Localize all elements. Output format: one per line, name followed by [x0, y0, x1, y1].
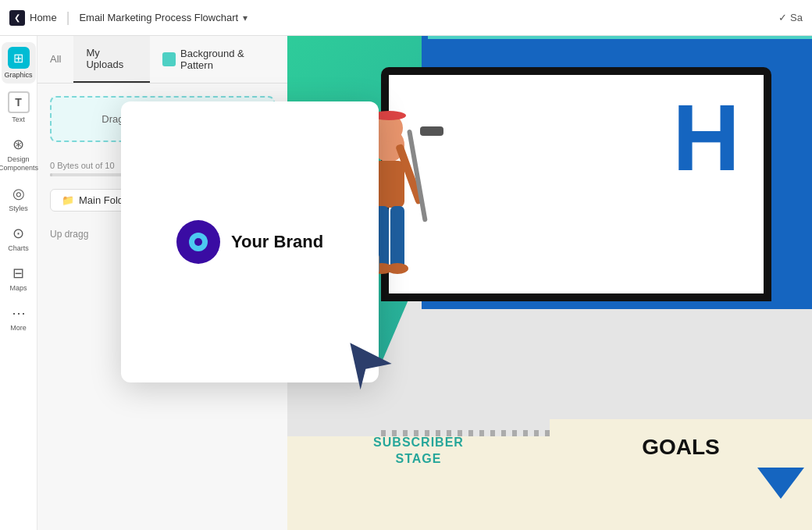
styles-icon: ◎ — [12, 185, 25, 202]
title-text: Email Marketing Process Flowchart — [79, 12, 238, 23]
cursor-arrow-container — [340, 333, 402, 398]
sidebar-item-more[interactable]: ⋯ More — [2, 300, 36, 336]
save-label: ✓ Sa — [778, 12, 803, 23]
cyan-accent-line — [428, 36, 812, 39]
svg-rect-7 — [420, 126, 443, 136]
more-icon: ⋯ — [12, 304, 26, 322]
svg-marker-0 — [350, 343, 391, 389]
document-title[interactable]: Email Marketing Process Flowchart ▾ — [79, 12, 248, 23]
subscriber-stage-label: SUBSCRIBER STAGE — [287, 419, 550, 483]
sidebar: ⊞ Graphics T Text ⊛ DesignComponents ◎ S… — [0, 36, 37, 530]
sidebar-item-design[interactable]: ⊛ DesignComponents — [2, 131, 36, 177]
save-status: ✓ Sa — [778, 12, 803, 23]
svg-rect-9 — [390, 206, 404, 269]
canva-logo-icon: ❮ — [9, 10, 25, 26]
sidebar-item-text[interactable]: T Text — [2, 87, 36, 128]
h-logo-display: H — [672, 91, 740, 184]
home-button[interactable]: ❮ Home — [9, 10, 57, 26]
sidebar-item-charts[interactable]: ⊙ Charts — [2, 220, 36, 257]
design-components-icon: ⊛ — [12, 136, 24, 153]
svg-point-11 — [386, 263, 408, 274]
sidebar-item-graphics[interactable]: ⊞ Graphics — [2, 42, 36, 84]
maps-icon: ⊟ — [12, 265, 24, 282]
sidebar-label-design: DesignComponents — [0, 155, 38, 173]
brand-logo-circle — [176, 220, 220, 264]
bg-pattern-label: Background & Pattern — [180, 48, 275, 71]
storage-text: 0 Bytes out of 10 — [50, 161, 115, 170]
tab-all[interactable]: All — [37, 42, 73, 77]
brand-content: Your Brand — [176, 220, 323, 264]
brand-logo-dot — [194, 238, 202, 246]
home-label: Home — [30, 12, 57, 23]
tab-bg-pattern[interactable]: Background & Pattern — [150, 40, 287, 79]
charts-icon: ⊙ — [12, 225, 24, 242]
down-arrow-indicator — [757, 468, 804, 499]
storage-bar-fill — [50, 173, 52, 176]
cursor-arrow-icon — [340, 333, 402, 395]
upload-hint: Up dragg — [50, 229, 88, 240]
topbar: ❮ Home | Email Marketing Process Flowcha… — [0, 0, 812, 36]
sidebar-item-styles[interactable]: ◎ Styles — [2, 180, 36, 217]
sidebar-label-more: More — [10, 324, 27, 332]
sidebar-label-styles: Styles — [9, 205, 28, 212]
sidebar-item-maps[interactable]: ⊟ Maps — [2, 260, 36, 297]
title-chevron-icon: ▾ — [243, 12, 248, 23]
laptop-screen: H — [389, 75, 764, 293]
folder-icon: 📁 — [62, 194, 74, 206]
sidebar-label-charts: Charts — [8, 244, 29, 252]
bg-pattern-swatch — [162, 52, 176, 66]
brand-logo-inner — [189, 233, 208, 251]
brand-preview-card: Your Brand — [121, 101, 379, 382]
tab-my-uploads[interactable]: My Uploads — [73, 36, 149, 83]
brand-name: Your Brand — [231, 232, 323, 252]
topbar-divider: | — [66, 9, 70, 26]
sidebar-label-text: Text — [12, 116, 25, 123]
panel-tabs: All My Uploads Background & Pattern — [37, 36, 287, 84]
sidebar-label-maps: Maps — [9, 284, 27, 292]
graphics-icon: ⊞ — [8, 47, 30, 69]
text-icon: T — [8, 91, 30, 113]
sidebar-label-graphics: Graphics — [5, 71, 33, 79]
bottom-labels-row: SUBSCRIBER STAGE GOALS — [287, 419, 812, 483]
